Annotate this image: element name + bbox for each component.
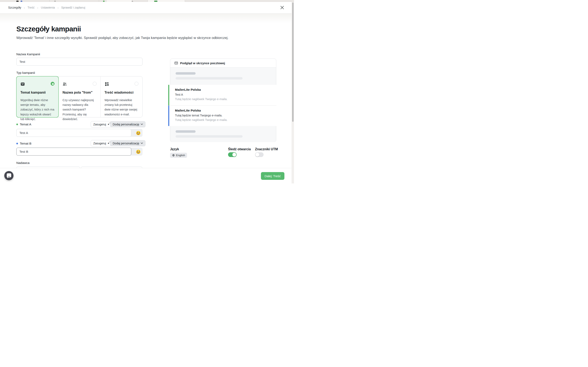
users-icon [62, 82, 67, 86]
track-opens-label: Śledź otwarcia [228, 147, 251, 151]
inbox-preview-panel: Podgląd w skrzynce pocztowej MailerLite … [170, 58, 276, 142]
sender-label: Nadawca [16, 161, 30, 165]
language-label: Język [170, 147, 179, 151]
skeleton-row [170, 126, 276, 142]
favicon [154, 1, 157, 2]
scrollbar-thumb[interactable] [292, 2, 294, 122]
preview-subject: Test A [175, 93, 277, 96]
chat-bubble-icon [7, 173, 11, 177]
sparkle-icon: ✦✦ [107, 142, 109, 145]
subject-b-input[interactable] [16, 148, 131, 156]
breadcrumb: Szczegóły › Treść › Ustawienia › Sprawdź… [8, 2, 85, 13]
campaign-type-label: Typ kampanii [16, 71, 35, 75]
grinning-emoji-icon [136, 131, 140, 135]
browser-tab-strip [0, 0, 294, 2]
emoji-picker-button-a[interactable] [136, 131, 141, 135]
suggest-button-a[interactable]: Zasugeruj ✦✦ [91, 121, 112, 127]
wizard-header-bar: Szczegóły › Treść › Ustawienia › Sprawdź… [0, 2, 294, 13]
subject-a-field [16, 129, 143, 137]
chevron-down-icon [141, 142, 143, 144]
subject-b-label: Temat B [16, 142, 31, 145]
page-title: Szczegóły kampanii [16, 25, 81, 33]
mail-icon [20, 82, 25, 86]
preview-sender: MailerLite Polska [175, 88, 277, 92]
subject-b-field [16, 148, 143, 156]
utm-tags-toggle[interactable] [255, 152, 264, 157]
inbox-preview-header: Podgląd w skrzynce pocztowej [170, 59, 276, 67]
radio-selected-icon[interactable] [51, 82, 54, 86]
breadcrumb-item-ustawienia[interactable]: Ustawienia [41, 6, 55, 9]
favicon [16, 1, 18, 2]
card-description: Czy używasz najlepszej nazwy nadawcy dla… [62, 98, 96, 122]
preview-row-variant-b: MailerLite Polska Tutaj będzie temat Two… [168, 105, 277, 126]
chevron-down-icon [141, 124, 143, 125]
breadcrumb-item-tresc[interactable]: Treść [27, 6, 35, 9]
campaign-name-label: Nazwa Kampanii [16, 52, 40, 56]
add-personalization-button-b[interactable]: Dodaj personalizację [110, 140, 146, 146]
card-title: Nazwa pola "from" [62, 91, 96, 94]
campaign-type-options: Temat kampanii Wypróbuj dwie różne wersj… [16, 76, 143, 117]
preview-row-variant-a: MailerLite Polska Test A Tutaj będzie na… [168, 85, 277, 105]
emoji-picker-button-b[interactable] [136, 149, 141, 154]
globe-icon [172, 154, 175, 157]
skeleton-row [170, 67, 276, 85]
grid-icon [104, 82, 109, 86]
campaign-name-input[interactable] [16, 58, 143, 66]
page-top-gradient [0, 13, 294, 25]
campaign-type-option-content[interactable]: Treść wiadomości Wprowadź niewielkie zmi… [100, 76, 142, 117]
breadcrumb-item-szczegoly[interactable]: Szczegóły [8, 6, 21, 9]
chat-widget-button[interactable] [4, 171, 13, 180]
card-description: Wprowadź niewielkie zmiany lub przetestu… [104, 98, 138, 117]
envelope-icon [174, 61, 178, 65]
page-subtitle: Wprowadź 'Temat' i inne szczegóły wysyłk… [16, 36, 269, 40]
card-description: Wypróbuj dwie różne wersje tematu, aby z… [20, 98, 54, 122]
subject-a-label: Temat A [16, 123, 31, 126]
favicon [103, 1, 104, 2]
green-dot-icon [16, 124, 18, 125]
close-icon[interactable] [280, 5, 285, 10]
language-selector[interactable]: English [170, 153, 187, 158]
card-title: Treść wiadomości [104, 91, 138, 94]
radio-unselected-icon[interactable] [93, 82, 96, 86]
browser-tab [148, 0, 185, 2]
chevron-right-icon: › [58, 6, 59, 9]
card-title: Temat kampanii [20, 91, 54, 94]
campaign-type-option-from-name[interactable]: Nazwa pola "from" Czy używasz najlepszej… [58, 76, 100, 117]
favicon [54, 1, 56, 2]
favicon [132, 1, 133, 2]
chevron-right-icon: › [24, 6, 25, 9]
campaign-type-option-subject[interactable]: Temat kampanii Wypróbuj dwie różne wersj… [17, 76, 58, 117]
chevron-right-icon: › [37, 6, 38, 9]
browser-tab [107, 0, 133, 2]
blue-dot-icon [16, 143, 18, 144]
track-opens-toggle[interactable] [228, 152, 237, 157]
add-personalization-button-a[interactable]: Dodaj personalizację [110, 121, 146, 127]
next-content-button[interactable]: Dalej: Treść [261, 172, 285, 180]
wizard-footer: Dalej: Treść [0, 168, 294, 184]
sparkle-icon: ✦✦ [107, 123, 109, 126]
radio-unselected-icon[interactable] [135, 82, 138, 86]
preview-snippet: Tutaj będzie nagłówek Twojego e-maila. [175, 118, 277, 122]
subject-a-input[interactable] [16, 129, 131, 137]
preview-snippet: Tutaj będzie nagłówek Twojego e-maila. [175, 98, 277, 101]
preview-subject: Tutaj będzie temat Twojego e-maila. [175, 114, 277, 117]
grinning-emoji-icon [136, 150, 140, 154]
utm-tags-label: Znaczniki UTM [255, 147, 278, 151]
scrollbar-track[interactable] [292, 2, 294, 184]
favicon [21, 1, 22, 2]
suggest-button-b[interactable]: Zasugeruj ✦✦ [91, 140, 112, 146]
preview-sender: MailerLite Polska [175, 109, 277, 112]
breadcrumb-item-sprawdz[interactable]: Sprawdź i zaplanuj [61, 6, 85, 9]
